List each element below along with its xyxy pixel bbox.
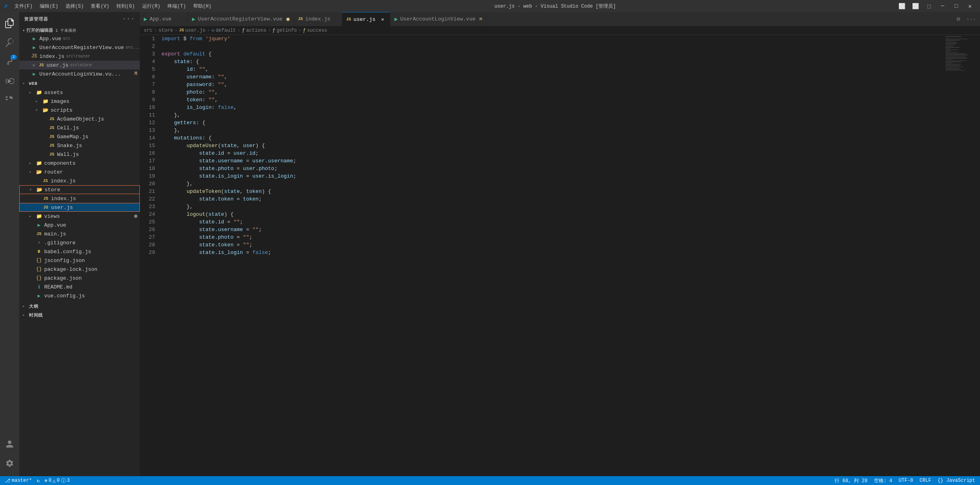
breadcrumb-getinfo[interactable]: ƒ getinfo	[272, 28, 297, 33]
line-ending-status[interactable]: CRLF	[918, 476, 933, 485]
babel-icon: B	[35, 248, 43, 255]
app-vue-file[interactable]: ▸ ▶ App.vue	[19, 221, 140, 229]
close-user-js-icon[interactable]: ✕	[31, 62, 37, 68]
open-editor-user-js[interactable]: ✕ JS user.js src\store	[19, 61, 140, 70]
encoding-status[interactable]: UTF-8	[897, 476, 915, 485]
close-tab-icon[interactable]: ✕	[380, 16, 386, 23]
babel-config-file[interactable]: ▸ B babel.config.js	[19, 247, 140, 256]
cursor-position-status[interactable]: 行 68, 列 28	[833, 476, 869, 485]
breadcrumb-store[interactable]: store	[159, 28, 173, 33]
code-editor[interactable]: 1234567891011121314151617181920212223242…	[140, 35, 980, 476]
menu-run[interactable]: 运行(R)	[139, 2, 164, 10]
jsconfig-json-file[interactable]: ▸ {} jsconfig.json	[19, 256, 140, 265]
package-json-file[interactable]: ▸ {} package.json	[19, 274, 140, 282]
extensions-activity-icon[interactable]	[0, 91, 19, 110]
tab-index-js[interactable]: JS index.js	[294, 12, 342, 26]
menu-file[interactable]: 文件(F)	[11, 2, 36, 10]
menu-edit[interactable]: 编辑(E)	[37, 2, 61, 10]
language-mode-status[interactable]: {} JavaScript	[936, 476, 977, 485]
breadcrumb-default-icon: ◇	[212, 27, 214, 33]
tab-register-vue[interactable]: ▶ UserAccountRegisterView.vue	[188, 12, 294, 26]
menu-help[interactable]: 帮助(H)	[190, 2, 215, 10]
breadcrumb-actions[interactable]: ƒ actions	[242, 28, 267, 33]
open-editor-router-index-path: src\router	[66, 54, 90, 59]
assets-folder[interactable]: ▸ 📁 assets	[19, 88, 140, 97]
account-activity-icon[interactable]	[0, 434, 19, 454]
components-folder[interactable]: ▸ 📁 components	[19, 159, 140, 168]
problems-status[interactable]: ⊗ 0 △ 0 ⓘ 3	[43, 476, 71, 485]
acgameobject-js[interactable]: ▸ JS AcGameObject.js	[19, 115, 140, 123]
images-folder[interactable]: ▸ 📁 images	[19, 97, 140, 106]
vue-icon: ▶	[31, 70, 38, 78]
wall-js[interactable]: ▸ JS Wall.js	[19, 150, 140, 159]
run-activity-icon[interactable]	[0, 72, 19, 91]
web-folder[interactable]: ▾ WEB	[19, 79, 140, 88]
main-js-file[interactable]: ▸ JS main.js	[19, 229, 140, 238]
timeline-section-title[interactable]: ▸ 时间线	[19, 311, 140, 319]
vertical-scrollbar[interactable]	[976, 35, 980, 476]
code-line-22: state.token = token;	[161, 195, 944, 203]
code-line-6: username: "",	[161, 73, 944, 81]
open-editor-app-vue[interactable]: ▶ App.vue src	[19, 34, 140, 43]
minimize-button[interactable]: ─	[937, 2, 949, 10]
snake-js[interactable]: ▸ JS Snake.js	[19, 141, 140, 150]
sidebar-title: 资源管理器	[24, 16, 48, 22]
jsconfig-label: jsconfig.json	[44, 258, 85, 264]
code-content[interactable]: import $ from 'jquery'export default { s…	[160, 35, 944, 476]
split-editor-icon[interactable]: ⬜	[909, 2, 921, 10]
panel-icon[interactable]: ⬚	[923, 2, 935, 10]
store-folder[interactable]: ▾ 📂 store	[19, 185, 140, 194]
layout-icon[interactable]: ⬜	[896, 2, 908, 10]
code-line-9: token: "",	[161, 96, 944, 104]
tab-app-vue[interactable]: ▶ App.vue	[140, 12, 188, 26]
open-editor-login-vue[interactable]: ▶ UserAccountLoginView.vu... M	[19, 70, 140, 78]
explorer-activity-icon[interactable]	[0, 14, 19, 33]
open-editor-register-vue[interactable]: ▶ UserAccountRegisterView.vue src...	[19, 43, 140, 52]
breadcrumb-file[interactable]: JS user.js	[179, 28, 205, 33]
code-line-10: is_login: false,	[161, 104, 944, 111]
settings-activity-icon[interactable]	[0, 454, 19, 473]
scm-badge: 2	[10, 55, 17, 59]
outline-section-title[interactable]: ▸ 大纲	[19, 302, 140, 311]
maximize-button[interactable]: □	[950, 2, 962, 10]
tab-user-js[interactable]: JS user.js ✕	[342, 12, 390, 26]
gitignore-file[interactable]: ▸ ● .gitignore	[19, 238, 140, 247]
more-actions-button[interactable]: ···	[966, 14, 977, 25]
menu-view[interactable]: 查看(V)	[88, 2, 112, 10]
sidebar-menu-button[interactable]: ···	[122, 15, 135, 23]
views-folder[interactable]: ▸ 📁 views	[19, 212, 140, 221]
tab-login-vue[interactable]: ▶ UserAccountLoginView.vue M	[390, 12, 486, 26]
menu-select[interactable]: 选择(S)	[62, 2, 87, 10]
line-ending-label: CRLF	[920, 478, 931, 483]
split-editor-button[interactable]: ⊟	[953, 14, 964, 25]
scm-activity-icon[interactable]: 2	[0, 52, 19, 72]
open-editors-title[interactable]: ▾ 打开的编辑器 1 个未保存	[19, 27, 140, 34]
folder-open-icon: 📂	[35, 168, 43, 176]
store-user-label: user.js	[51, 205, 73, 211]
close-button[interactable]: ✕	[964, 2, 976, 10]
open-editor-register-path: src...	[126, 45, 140, 50]
store-user-js[interactable]: ▸ JS user.js	[19, 203, 140, 212]
vue-config-file[interactable]: ▸ ▶ vue.config.js	[19, 291, 140, 300]
open-editor-app-vue-label: App.vue	[39, 36, 61, 42]
store-index-js[interactable]: ▸ JS index.js	[19, 194, 140, 203]
open-editor-router-index[interactable]: JS index.js src\router	[19, 52, 140, 61]
cell-js[interactable]: ▸ JS Cell.js	[19, 123, 140, 132]
package-lock-label: package-lock.json	[44, 266, 98, 272]
search-activity-icon[interactable]	[0, 33, 19, 52]
breadcrumb-src[interactable]: src	[144, 28, 153, 33]
sync-status[interactable]: ↻	[35, 476, 41, 485]
breadcrumb-default[interactable]: ◇ default	[212, 27, 236, 33]
git-branch-status[interactable]: ⎇ master*	[3, 476, 33, 485]
file-tree: ▾ WEB ▸ 📁 assets ▸ 📁 images ▾ 📂 scripts	[19, 79, 140, 476]
router-index-js[interactable]: ▸ JS index.js	[19, 176, 140, 185]
scripts-folder[interactable]: ▾ 📂 scripts	[19, 106, 140, 115]
menu-terminal[interactable]: 终端(T)	[164, 2, 189, 10]
menu-goto[interactable]: 转到(G)	[113, 2, 138, 10]
breadcrumb-success[interactable]: ƒ success	[303, 28, 327, 33]
gamemap-js[interactable]: ▸ JS GameMap.js	[19, 132, 140, 141]
indent-status[interactable]: 空格: 4	[872, 476, 894, 485]
readme-file[interactable]: ▸ ℹ README.md	[19, 282, 140, 291]
package-lock-file[interactable]: ▸ {} package-lock.json	[19, 265, 140, 274]
router-folder[interactable]: ▾ 📂 router	[19, 168, 140, 176]
